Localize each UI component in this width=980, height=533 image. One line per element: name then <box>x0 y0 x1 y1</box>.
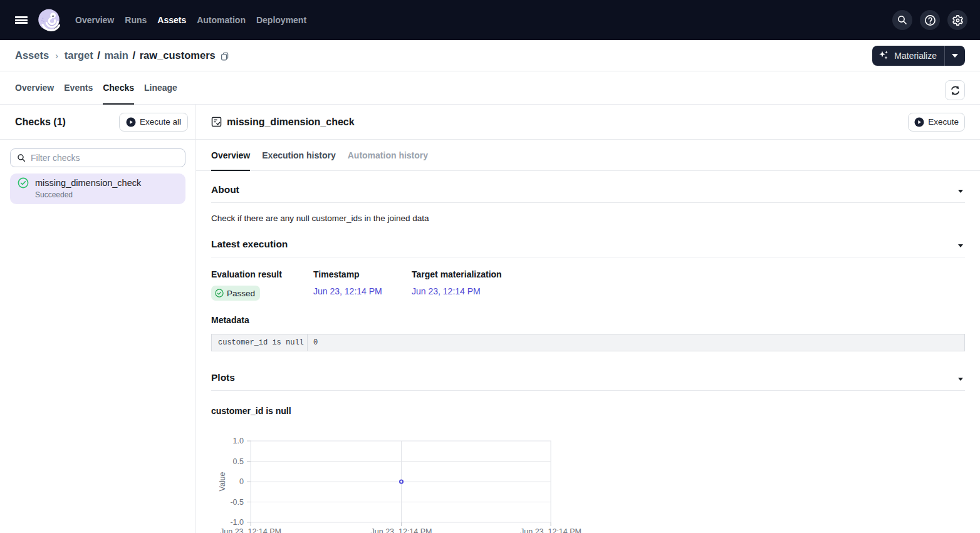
svg-text:Jun 23, 12:14 PM: Jun 23, 12:14 PM <box>220 527 281 533</box>
svg-text:Jun 23, 12:14 PM: Jun 23, 12:14 PM <box>371 527 432 533</box>
svg-text:1.0: 1.0 <box>233 437 244 445</box>
svg-text:0: 0 <box>239 477 244 486</box>
svg-text:-0.5: -0.5 <box>230 498 244 507</box>
svg-text:Value: Value <box>218 472 227 491</box>
svg-text:0.5: 0.5 <box>233 457 244 466</box>
svg-text:-1.0: -1.0 <box>230 518 244 527</box>
svg-text:Jun 23, 12:14 PM: Jun 23, 12:14 PM <box>520 527 581 533</box>
